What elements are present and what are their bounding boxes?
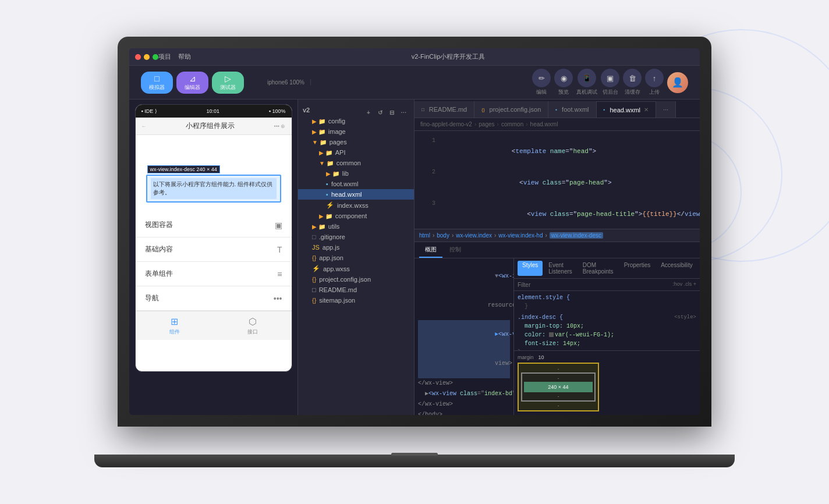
form-icon: ≡ [277,269,282,279]
tree-item-project-config[interactable]: {} project.config.json [298,274,414,285]
tab-label: foot.wxml [562,106,589,113]
bottom-tab-control[interactable]: 控制 [444,244,467,258]
left-panel: ▪ IDE ⟩ 10:01 ▪ 100% ← 小程序组件展示 ••• ⊕ [129,100,298,415]
mode-tester[interactable]: ▷ 测试器 [212,72,244,94]
html-line-2: ►<wx-view class="index-desc">以下将展示小程序官方组… [418,320,510,349]
toolbar-upload-btn[interactable]: ↑ 上传 [645,69,664,96]
folder-icon: ▶ 📁 [312,129,325,135]
toolbar-preview-btn[interactable]: ◉ 预览 [554,69,573,96]
nav-component[interactable]: ⊞ 组件 [136,316,214,336]
tree-item-component[interactable]: ▶ 📁 component [298,211,414,221]
title-bar: 项目 帮助 v2-FinClip小程序开发工具 [129,48,700,66]
tree-item-foot-wxml[interactable]: ▪ foot.wxml [298,179,414,189]
maximize-button[interactable] [153,54,158,60]
user-avatar[interactable]: 👤 [667,72,688,93]
code-editor[interactable]: 1 <template name="head"> 2 <view class="… [414,131,700,229]
app-container: 项目 帮助 v2-FinClip小程序开发工具 □ 模拟器 ⊿ 编 [129,48,700,415]
tab-more[interactable]: ··· [656,101,676,118]
device-indicator: iphone6 100% [261,79,311,86]
tree-label: image [328,128,346,135]
phone-title-bar: ← 小程序组件展示 ••• ⊕ [136,118,292,135]
editor-panel: □ README.md {} project.config.json ▪ foo… [414,100,700,415]
tab-head-wxml[interactable]: ▪ head.wxml ✕ [597,101,656,118]
folder-icon: ▼ 📁 [312,139,327,145]
html-line-7: </body> [418,410,510,415]
filter-input[interactable] [518,282,625,288]
tree-item-app-js[interactable]: JS app.js [298,242,414,253]
phone-menu-item-2[interactable]: 表单组件 ≡ [136,262,292,286]
tab-readme[interactable]: □ README.md [414,101,474,118]
styles-tab-props[interactable]: Properties [619,261,656,276]
phone-menu-item-0[interactable]: 视图容器 ▣ [136,213,292,237]
mode-simulator[interactable]: □ 模拟器 [141,72,173,94]
tree-label: config [328,118,345,125]
tab-label: project.config.json [490,106,541,113]
tab-foot-wxml[interactable]: ▪ foot.wxml [548,101,596,118]
tree-item-sitemap[interactable]: {} sitemap.json [298,295,414,306]
wxml-file-icon: ▪ [326,191,328,198]
json-file-icon: {} [312,297,316,304]
tree-item-pages[interactable]: ▼ 📁 pages [298,137,414,147]
tree-label: .gitignore [319,233,345,240]
nav-interface[interactable]: ⬡ 接口 [214,316,292,336]
toolbar-clear-btn[interactable]: 🗑 清缓存 [623,69,642,96]
highlight-text: 以下将展示小程序官方组件能力. 组件样式仅供参考。 [151,178,277,199]
tree-item-api[interactable]: ▶ 📁 API [298,147,414,158]
styles-tab-events[interactable]: Event Listeners [544,261,577,276]
phone-bottom-nav: ⊞ 组件 ⬡ 接口 [136,311,292,340]
bottom-tab-overview[interactable]: 概图 [419,244,442,258]
tree-action-more[interactable]: ⋯ [399,108,408,117]
tree-item-utils[interactable]: ▶ 📁 utils [298,221,414,232]
menu-help[interactable]: 帮助 [178,52,191,61]
node-wx-index-desc[interactable]: wx-view.index-desc [550,232,603,239]
tree-label: utils [328,223,340,230]
toolbar-device-debug-btn[interactable]: 📱 真机调试 [576,69,597,96]
close-button[interactable] [135,54,141,60]
tab-project-config[interactable]: {} project.config.json [474,101,548,118]
tree-action-refresh[interactable]: ↺ [375,108,385,117]
tab-close-icon[interactable]: ✕ [644,107,649,113]
phone-menu-item-1[interactable]: 基础内容 T [136,237,292,262]
phone-status-bar: ▪ IDE ⟩ 10:01 ▪ 100% [136,105,292,118]
box-margin-label: margin [518,354,534,360]
highlight-label: wx-view.index-desc 240 × 44 [147,165,220,173]
tree-item-gitignore[interactable]: □ .gitignore [298,232,414,242]
phone-menu-item-3[interactable]: 导航 ••• [136,286,292,311]
folder-icon: ▶ 📁 [319,213,332,219]
json-file-icon: {} [312,254,316,261]
tree-item-head-wxml[interactable]: ▪ head.wxml [298,189,414,200]
laptop-notch [391,453,438,456]
tree-item-common[interactable]: ▼ 📁 common [298,158,414,168]
box-margin-value: 10 [539,354,544,360]
breadcrumb-part-1: pages [479,121,494,127]
menu-project[interactable]: 项目 [158,52,171,61]
tree-root-label: v2 [303,107,310,113]
line-num: 2 [419,167,435,178]
toolbar-edit-btn[interactable]: ✏ 编辑 [532,69,551,96]
styles-tab-dom[interactable]: DOM Breakpoints [578,261,618,276]
html-tree[interactable]: ▼<wx-image class="index-logo" src="../re… [414,258,513,415]
tree-item-app-json[interactable]: {} app.json [298,253,414,263]
mode-editor[interactable]: ⊿ 编辑器 [176,72,208,94]
view-container-icon: ▣ [275,221,282,230]
toolbar-background-btn[interactable]: ▣ 切后台 [601,69,619,96]
tree-item-lib[interactable]: ▶ 📁 lib [298,168,414,179]
tree-item-config[interactable]: ▶ 📁 config [298,116,363,126]
component-nav-icon: ⊞ [171,316,178,327]
tree-label: sitemap.json [319,297,355,304]
tree-item-image[interactable]: ▶ 📁 image [298,126,414,137]
laptop-wrapper: 项目 帮助 v2-FinClip小程序开发工具 □ 模拟器 ⊿ 编 [94,37,735,467]
tree-item-index-wxss[interactable]: ⚡ index.wxss [298,200,414,211]
node-body[interactable]: body [437,232,449,239]
tree-action-collapse[interactable]: ⊟ [387,108,396,117]
node-wx-index-hd[interactable]: wx-view.index-hd [498,232,543,239]
tree-item-app-wxss[interactable]: ⚡ app.wxss [298,263,414,274]
tree-item-readme[interactable]: □ README.md [298,285,414,295]
styles-tab-accessibility[interactable]: Accessibility [656,261,697,276]
node-html[interactable]: html [419,232,430,239]
tree-action-new[interactable]: + [364,108,373,117]
minimize-button[interactable] [144,54,150,60]
styles-tab-styles[interactable]: Styles [518,261,543,276]
box-model-content: 240 × 44 [524,382,593,392]
node-wx-index[interactable]: wx-view.index [456,232,492,239]
